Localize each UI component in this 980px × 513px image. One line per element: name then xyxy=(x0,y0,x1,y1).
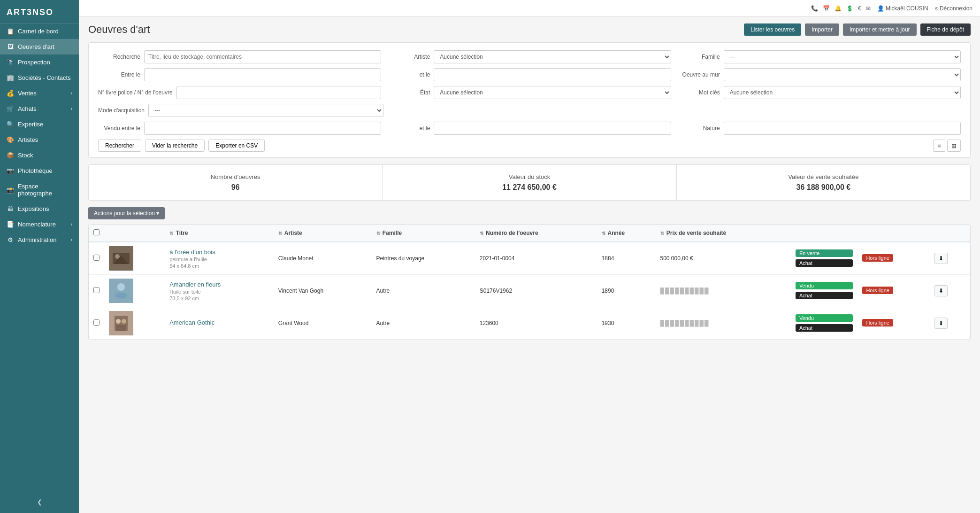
search-row-4: Mode d'acquisition --- xyxy=(98,104,961,117)
dollar-icon[interactable]: 💲 xyxy=(846,5,853,12)
mot-cles-select[interactable]: Aucune sélection xyxy=(724,86,961,99)
download-button[interactable]: ⬇ xyxy=(934,253,948,264)
vendu-et-group: et le xyxy=(388,122,671,135)
actions-bar: Actions pour la sélection ▾ xyxy=(88,207,971,219)
lister-oeuvres-button[interactable]: Lister les oeuvres xyxy=(744,23,801,36)
row-checkbox[interactable] xyxy=(93,319,100,326)
entre-le-input[interactable] xyxy=(144,68,381,81)
sidebar-item-administration[interactable]: ⚙ Administration › xyxy=(0,232,79,248)
sidebar-item-expositions[interactable]: 🏛 Expositions xyxy=(0,201,79,217)
oeuvre-mur-select[interactable] xyxy=(724,68,961,81)
artiste-select[interactable]: Aucune sélection xyxy=(434,50,671,63)
actions-selection-button[interactable]: Actions pour la sélection ▾ xyxy=(88,207,165,219)
grid-view-button[interactable]: ⊞ xyxy=(947,140,961,152)
et-le-input[interactable] xyxy=(434,68,671,81)
phone-icon[interactable]: 📞 xyxy=(811,5,818,12)
nature-input[interactable] xyxy=(724,122,961,135)
importer-button[interactable]: Importer xyxy=(805,23,839,36)
th-actions xyxy=(930,225,970,242)
vendu-et-input[interactable] xyxy=(434,122,671,135)
bell-icon[interactable]: 🔔 xyxy=(835,5,842,12)
blurred-price: ██████████ xyxy=(660,288,710,294)
download-button[interactable]: ⬇ xyxy=(934,285,948,296)
th-numero[interactable]: ⇅ Numéro de l'oeuvre xyxy=(475,225,597,242)
select-all-checkbox[interactable] xyxy=(93,229,100,235)
th-famille[interactable]: ⇅ Famille xyxy=(372,225,475,242)
th-annee[interactable]: ⇅ Année xyxy=(597,225,656,242)
download-button[interactable]: ⬇ xyxy=(934,318,948,329)
sidebar-item-artistes[interactable]: 🎨 Artistes xyxy=(0,132,79,148)
row-checkbox-cell xyxy=(89,307,104,340)
sidebar-item-carnet[interactable]: 📋 Carnet de bord xyxy=(0,23,79,39)
n-livre-group: N° livre police / N° de l'oeuvre xyxy=(98,86,381,99)
famille-group: Famille --- xyxy=(678,50,961,63)
sidebar-item-phototheque[interactable]: 📷 Photothèque xyxy=(0,163,79,179)
vendu-entre-input[interactable] xyxy=(144,122,381,135)
vider-button[interactable]: Vider la recherche xyxy=(145,140,205,152)
currency-icon[interactable]: € xyxy=(858,5,861,12)
row-action-cell: ⬇ xyxy=(930,275,970,307)
ventes-icon: 💰 xyxy=(7,90,14,97)
th-titre[interactable]: ⇅ Titre xyxy=(165,225,274,242)
artwork-details: Amandier en fleurs Huile sur toile 73,5 … xyxy=(169,281,269,301)
stat-oeuvres-label: Nombre d'oeuvres xyxy=(93,173,377,180)
row-thumb-cell xyxy=(104,242,165,275)
chevron-right-icon: › xyxy=(71,237,72,242)
sidebar-item-oeuvres[interactable]: 🖼 Oeuvres d'art xyxy=(0,39,79,54)
calendar-icon[interactable]: 📅 xyxy=(823,5,830,12)
mail-icon[interactable]: ✉ xyxy=(866,5,871,12)
row-checkbox[interactable] xyxy=(93,287,100,293)
search-actions: Rechercher Vider la recherche Exporter e… xyxy=(98,140,961,152)
importer-maj-button[interactable]: Importer et mettre à jour xyxy=(843,23,917,36)
search-panel: Recherche Artiste Aucune sélection Famil… xyxy=(88,42,971,158)
exporter-button[interactable]: Exporter en CSV xyxy=(208,140,265,152)
mode-acq-select[interactable]: --- xyxy=(148,104,383,117)
recherche-input[interactable] xyxy=(144,50,381,63)
stat-oeuvres-value: 96 xyxy=(93,183,377,192)
th-status xyxy=(791,225,858,242)
oeuvres-icon: 🖼 xyxy=(7,43,14,50)
sidebar-item-label: Artistes xyxy=(18,136,38,143)
sidebar-item-label: Prospection xyxy=(18,59,50,66)
fiche-depot-button[interactable]: Fiche de dépôt xyxy=(920,23,971,36)
th-thumb xyxy=(104,225,165,242)
sidebar-item-label: Oeuvres d'art xyxy=(18,43,54,50)
sidebar-item-nomenclature[interactable]: 📑 Nomenclature › xyxy=(0,217,79,232)
mode-acq-group: Mode d'acquisition --- xyxy=(98,104,383,117)
rechercher-button[interactable]: Rechercher xyxy=(98,140,141,152)
list-view-button[interactable]: ≡ xyxy=(933,140,945,152)
sidebar-item-stock[interactable]: 📦 Stock xyxy=(0,148,79,163)
oeuvre-mur-label: Oeuvre au mur xyxy=(678,71,720,78)
sidebar-item-label: Sociétés - Contacts xyxy=(18,74,71,81)
status-badge-vendu: Vendu xyxy=(796,314,853,322)
row-prix-cell: ██████████ xyxy=(656,275,791,307)
n-livre-label: N° livre police / N° de l'oeuvre xyxy=(98,89,173,96)
n-livre-input[interactable] xyxy=(176,86,382,99)
sidebar-item-societes[interactable]: 🏢 Sociétés - Contacts xyxy=(0,70,79,86)
row-checkbox[interactable] xyxy=(93,255,100,261)
th-artiste[interactable]: ⇅ Artiste xyxy=(274,225,372,242)
search-row-1: Recherche Artiste Aucune sélection Famil… xyxy=(98,50,961,63)
logout-button[interactable]: ⎋ Déconnexion xyxy=(935,5,972,12)
sidebar-item-espace-photo[interactable]: 📸 Espace photographe xyxy=(0,179,79,201)
row-title-cell: Amandier en fleurs Huile sur toile 73,5 … xyxy=(165,275,274,307)
et-le-label: et le xyxy=(388,71,430,78)
status-badge-envente: En vente xyxy=(796,249,853,257)
svg-point-11 xyxy=(122,319,126,324)
online-badge: Hors ligne xyxy=(862,319,893,326)
artwork-title[interactable]: American Gothic xyxy=(169,319,269,326)
artwork-title[interactable]: Amandier en fleurs xyxy=(169,281,269,288)
svg-point-5 xyxy=(117,283,125,291)
sidebar-item-achats[interactable]: 🛒 Achats › xyxy=(0,101,79,117)
etat-select[interactable]: Aucune sélection xyxy=(434,86,671,99)
sidebar-collapse-button[interactable]: ❮ xyxy=(0,496,79,508)
sidebar-item-ventes[interactable]: 💰 Ventes › xyxy=(0,86,79,101)
famille-select[interactable]: --- xyxy=(724,50,961,63)
sidebar-item-expertise[interactable]: 🔍 Expertise xyxy=(0,117,79,132)
sidebar-item-prospection[interactable]: 🔭 Prospection xyxy=(0,54,79,70)
row-artist-cell: Claude Monet xyxy=(274,242,372,275)
row-artist-cell: Vincent Van Gogh xyxy=(274,275,372,307)
artwork-title[interactable]: à l'orée d'un bois xyxy=(169,249,269,256)
th-prix[interactable]: ⇅ Prix de vente souhaité xyxy=(656,225,791,242)
header-buttons: Lister les oeuvres Importer Importer et … xyxy=(744,23,971,36)
